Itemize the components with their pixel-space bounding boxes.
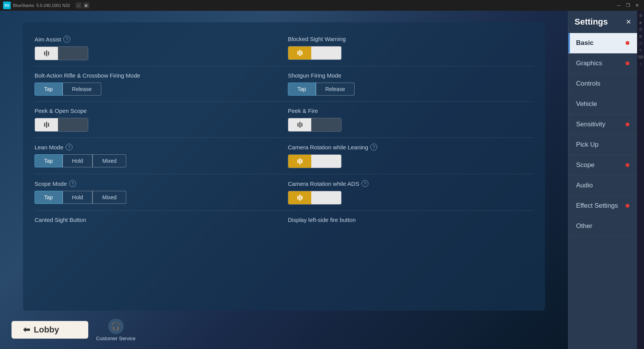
camera-lean-help-icon[interactable]: ? bbox=[370, 144, 377, 151]
bolt-action-label: Bolt-Action Rifle & Crossbow Firing Mode bbox=[35, 72, 280, 79]
bluestacks-logo: BS bbox=[3, 2, 11, 9]
restore-button[interactable]: ❐ bbox=[624, 2, 632, 8]
nav-item-basic[interactable]: Basic bbox=[568, 33, 637, 53]
aim-assist-slider[interactable] bbox=[35, 46, 88, 60]
settings-nav: BasicGraphicsControlsVehicleSensitivityP… bbox=[568, 33, 637, 349]
nav-item-label-graphics: Graphics bbox=[576, 60, 602, 67]
scope-tap-button[interactable]: Tap bbox=[35, 191, 63, 204]
nav-item-label-controls: Controls bbox=[576, 80, 600, 88]
bs-side-icon-3[interactable]: ☰ bbox=[637, 26, 644, 32]
peek-scope-slider[interactable] bbox=[35, 118, 88, 132]
file-icon[interactable]: ▣ bbox=[83, 2, 89, 8]
camera-lean-label: Camera Rotation while Leaning ? bbox=[288, 144, 533, 151]
nav-item-label-basic: Basic bbox=[576, 39, 593, 47]
lean-mode-buttons: Tap Hold Mixed bbox=[35, 154, 280, 167]
camera-lean-slider[interactable] bbox=[288, 154, 342, 168]
minimize-button[interactable]: ─ bbox=[615, 2, 623, 8]
bs-sidebar: ⚙ ◈ ☰ ⊞ ◷ ≡ ⌨ ↕ bbox=[637, 11, 644, 349]
canted-sight-label: Canted Sight Button bbox=[35, 217, 280, 223]
bolt-tap-button[interactable]: Tap bbox=[35, 83, 63, 96]
nav-item-vehicle[interactable]: Vehicle bbox=[568, 94, 637, 114]
blocked-sight-slider[interactable] bbox=[288, 46, 342, 60]
aim-assist-label: Aim Assist ? bbox=[35, 36, 280, 43]
canted-sight-setting: Canted Sight Button bbox=[35, 217, 280, 223]
settings-row-6: Canted Sight Button Display left-side fi… bbox=[35, 211, 533, 229]
scope-mode-buttons: Tap Hold Mixed bbox=[35, 191, 280, 204]
lean-tap-button[interactable]: Tap bbox=[35, 154, 63, 167]
scope-mode-label: Scope Mode ? bbox=[35, 180, 280, 187]
customer-service-label: Customer Service bbox=[96, 336, 135, 341]
display-left-fire-label: Display left-side fire button bbox=[288, 217, 533, 223]
shotgun-label: Shotgun Firing Mode bbox=[288, 72, 533, 79]
camera-lean-setting: Camera Rotation while Leaning ? bbox=[288, 144, 533, 168]
settings-panel-header: Settings × bbox=[568, 11, 637, 33]
peek-scope-label: Peek & Open Scope bbox=[35, 108, 280, 114]
bolt-action-setting: Bolt-Action Rifle & Crossbow Firing Mode… bbox=[35, 72, 280, 96]
app-name: BlueStacks bbox=[13, 3, 34, 8]
lean-hold-button[interactable]: Hold bbox=[63, 154, 93, 167]
settings-panel-title: Settings bbox=[575, 17, 608, 27]
nav-item-controls[interactable]: Controls bbox=[568, 74, 637, 94]
bs-side-icon-5[interactable]: ◷ bbox=[637, 40, 644, 46]
blocked-sight-setting: Blocked Sight Warning bbox=[288, 36, 533, 60]
settings-close-button[interactable]: × bbox=[626, 18, 631, 26]
nav-item-label-pickup: Pick Up bbox=[576, 141, 599, 149]
lobby-label: Lobby bbox=[34, 325, 59, 335]
nav-dot-basic bbox=[626, 41, 629, 45]
camera-ads-setting: Camera Rotation while ADS ? bbox=[288, 180, 533, 205]
aim-assist-setting: Aim Assist ? bbox=[35, 36, 280, 60]
lean-mode-help-icon[interactable]: ? bbox=[66, 144, 73, 151]
bolt-release-button[interactable]: Release bbox=[63, 83, 101, 96]
scope-hold-button[interactable]: Hold bbox=[63, 191, 93, 204]
titlebar: BS BlueStacks 5.0.240.1001 N32 ⌂ ▣ ─ ❐ ✕ bbox=[0, 0, 644, 11]
blocked-sight-label: Blocked Sight Warning bbox=[288, 36, 533, 42]
close-button[interactable]: ✕ bbox=[633, 2, 641, 8]
settings-row-3: Peek & Open Scope bbox=[35, 102, 533, 138]
nav-item-pickup[interactable]: Pick Up bbox=[568, 135, 637, 155]
shotgun-release-button[interactable]: Release bbox=[316, 83, 355, 96]
aim-assist-help-icon[interactable]: ? bbox=[63, 36, 70, 43]
nav-item-label-effect-settings: Effect Settings bbox=[576, 202, 618, 210]
bs-side-icon-6[interactable]: ≡ bbox=[637, 47, 644, 53]
lean-mixed-button[interactable]: Mixed bbox=[92, 154, 126, 167]
nav-item-effect-settings[interactable]: Effect Settings bbox=[568, 196, 637, 216]
nav-dot-scope bbox=[626, 163, 629, 167]
nav-item-label-sensitivity: Sensitivity bbox=[576, 121, 606, 128]
peek-fire-setting: Peek & Fire bbox=[288, 108, 533, 132]
settings-row-1: Aim Assist ? bbox=[35, 30, 533, 66]
nav-dot-graphics bbox=[626, 61, 629, 65]
settings-row-2: Bolt-Action Rifle & Crossbow Firing Mode… bbox=[35, 66, 533, 102]
peek-fire-slider[interactable] bbox=[288, 118, 342, 132]
customer-service-button[interactable]: 🎧 Customer Service bbox=[96, 319, 135, 341]
nav-item-graphics[interactable]: Graphics bbox=[568, 53, 637, 74]
bs-side-icon-2[interactable]: ◈ bbox=[637, 19, 644, 25]
nav-item-audio[interactable]: Audio bbox=[568, 175, 637, 196]
bs-side-icon-8[interactable]: ↕ bbox=[637, 61, 644, 67]
nav-item-other[interactable]: Other bbox=[568, 216, 637, 237]
scope-mode-setting: Scope Mode ? Tap Hold Mixed bbox=[35, 180, 280, 205]
camera-ads-help-icon[interactable]: ? bbox=[362, 180, 368, 187]
nav-item-label-other: Other bbox=[576, 222, 593, 230]
scope-mode-help-icon[interactable]: ? bbox=[69, 180, 76, 187]
camera-ads-slider[interactable] bbox=[288, 191, 342, 205]
bolt-action-buttons: Tap Release bbox=[35, 83, 280, 96]
settings-content: Aim Assist ? bbox=[23, 22, 545, 311]
lobby-button[interactable]: ⬅ Lobby bbox=[12, 321, 88, 339]
settings-panel: Settings × BasicGraphicsControlsVehicleS… bbox=[568, 11, 637, 349]
lean-mode-setting: Lean Mode ? Tap Hold Mixed bbox=[35, 144, 280, 168]
lean-mode-label: Lean Mode ? bbox=[35, 144, 280, 151]
shotgun-buttons: Tap Release bbox=[288, 83, 533, 96]
bs-side-icon-7[interactable]: ⌨ bbox=[637, 54, 644, 60]
scope-mixed-button[interactable]: Mixed bbox=[92, 191, 126, 204]
nav-item-scope[interactable]: Scope bbox=[568, 155, 637, 175]
bs-side-icon-4[interactable]: ⊞ bbox=[637, 33, 644, 39]
home-icon[interactable]: ⌂ bbox=[76, 2, 82, 8]
bs-side-icon-1[interactable]: ⚙ bbox=[637, 12, 644, 18]
nav-item-sensitivity[interactable]: Sensitivity bbox=[568, 114, 637, 135]
bottom-bar: ⬅ Lobby 🎧 Customer Service bbox=[0, 311, 568, 349]
shotgun-tap-button[interactable]: Tap bbox=[288, 83, 316, 96]
settings-row-4: Lean Mode ? Tap Hold Mixed Camera Rotati… bbox=[35, 138, 533, 174]
app-version: 5.0.240.1001 N32 bbox=[36, 3, 70, 8]
camera-ads-label: Camera Rotation while ADS ? bbox=[288, 180, 533, 187]
nav-item-label-audio: Audio bbox=[576, 182, 593, 189]
